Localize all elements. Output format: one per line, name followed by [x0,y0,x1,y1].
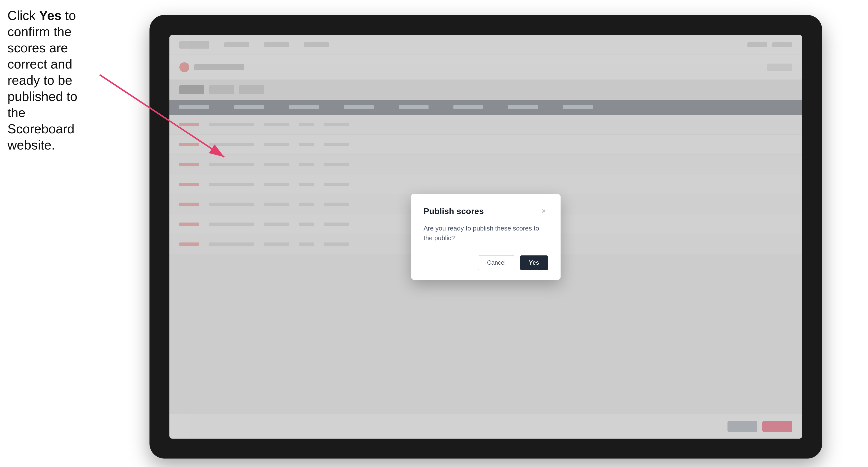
instruction-bold: Yes [39,8,62,23]
modal-close-button[interactable]: × [539,207,548,216]
tablet-screen: Publish scores × Are you ready to publis… [169,35,802,439]
modal-footer: Cancel Yes [424,255,548,270]
modal-title: Publish scores [424,206,484,216]
cancel-button[interactable]: Cancel [478,255,515,270]
yes-button[interactable]: Yes [520,255,548,270]
modal-overlay: Publish scores × Are you ready to publis… [169,35,802,439]
tablet-device: Publish scores × Are you ready to publis… [150,15,822,459]
modal-header: Publish scores × [424,206,548,216]
instruction-suffix: to confirm the scores are correct and re… [7,8,77,152]
publish-scores-modal: Publish scores × Are you ready to publis… [411,194,561,280]
modal-body-text: Are you ready to publish these scores to… [424,223,548,243]
instruction-text: Click Yes to confirm the scores are corr… [7,7,80,153]
instruction-prefix: Click [7,8,39,23]
